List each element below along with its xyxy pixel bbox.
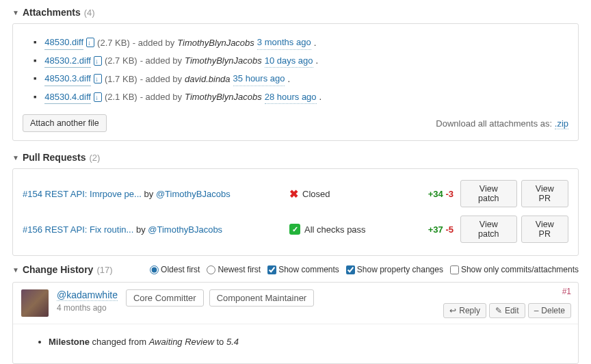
attachment-file-link[interactable]: 48530.diff <box>44 36 83 50</box>
attachment-author: TimothyBlynJacobs <box>185 54 262 68</box>
x-icon: ✖ <box>289 187 298 200</box>
attachment-size: (2.7 KB) <box>97 36 130 50</box>
comment-author-link[interactable]: @kadamwhite <box>57 289 118 301</box>
attachment-row: 48530.2.diff (2.7 KB) - added by Timothy… <box>23 52 568 70</box>
download-icon[interactable] <box>94 92 102 102</box>
attachment-file-link[interactable]: 48530.4.diff <box>44 90 91 105</box>
change-history-toggle[interactable]: ▼ Change History (17) <box>12 264 113 275</box>
diff-additions: +37 <box>428 224 443 235</box>
attachment-size: (2.1 KB) <box>105 90 137 104</box>
pr-status-text: Closed <box>302 189 330 199</box>
attachment-size: (2.7 KB) <box>105 54 137 68</box>
attachment-row: 48530.3.diff (1.7 KB) - added by david.b… <box>23 70 568 88</box>
download-icon[interactable] <box>94 56 102 66</box>
attachment-file-link[interactable]: 48530.2.diff <box>44 54 91 68</box>
show-only-commits-checkbox[interactable]: Show only commits/attachments <box>450 265 579 274</box>
attachment-file-link[interactable]: 48530.3.diff <box>44 72 91 86</box>
reply-icon: ↩ <box>449 306 456 315</box>
attachments-toggle[interactable]: ▼ Attachments (4) <box>12 0 579 23</box>
added-by-label: - added by <box>133 36 174 50</box>
view-pr-button[interactable]: View PR <box>521 216 568 243</box>
attach-file-button[interactable]: Attach another file <box>23 114 107 132</box>
show-property-checkbox[interactable]: Show property changes <box>346 265 443 274</box>
pencil-icon: ✎ <box>495 306 502 315</box>
attachment-age-link[interactable]: 28 hours ago <box>265 90 317 105</box>
avatar <box>21 289 49 317</box>
pr-title-link[interactable]: #154 REST API: Imrpove pe... <box>23 189 142 199</box>
added-by-label: - added by <box>140 54 182 68</box>
sort-oldest-radio[interactable]: Oldest first <box>150 265 200 274</box>
pull-request-row: #156 REST API: Fix routin... by @Timothy… <box>23 211 568 247</box>
show-comments-checkbox[interactable]: Show comments <box>267 265 339 274</box>
pr-title-link[interactable]: #156 REST API: Fix routin... <box>23 224 133 235</box>
attachments-title: Attachments <box>23 7 81 18</box>
pull-requests-title: Pull Requests <box>23 152 86 163</box>
attachment-age-link[interactable]: 10 days ago <box>265 54 313 68</box>
comment-entry: @kadamwhite 4 months ago Core Committer … <box>12 282 579 364</box>
minus-icon: – <box>534 306 539 315</box>
pr-author-link[interactable]: @TimothyBJacobs <box>148 224 222 235</box>
caret-down-icon: ▼ <box>12 154 19 161</box>
attachment-age-link[interactable]: 35 hours ago <box>233 72 285 86</box>
history-filters: Oldest first Newest first Show comments … <box>146 265 579 274</box>
added-by-label: - added by <box>140 73 182 86</box>
download-icon[interactable] <box>94 74 102 83</box>
sort-newest-radio[interactable]: Newest first <box>207 265 261 274</box>
edit-button[interactable]: ✎Edit <box>489 303 525 318</box>
diff-additions: +34 <box>428 189 443 199</box>
change-line: Milestone changed from Awaiting Review t… <box>49 337 564 347</box>
caret-down-icon: ▼ <box>12 9 19 16</box>
pr-author-link[interactable]: @TimothyBJacobs <box>156 189 231 199</box>
attachment-row: 48530.diff (2.7 KB) - added by TimothyBl… <box>23 34 568 52</box>
comment-number[interactable]: #1 <box>562 287 571 296</box>
comment-age: 4 months ago <box>57 303 118 313</box>
view-patch-button[interactable]: View patch <box>460 180 517 207</box>
pull-request-row: #154 REST API: Imrpove pe... by @Timothy… <box>23 176 568 211</box>
attachment-author: david.binda <box>185 73 231 86</box>
check-icon: ✓ <box>289 224 300 235</box>
attachment-age-link[interactable]: 3 months ago <box>257 36 311 50</box>
reply-button[interactable]: ↩Reply <box>443 303 486 318</box>
diff-deletions: -5 <box>445 224 454 235</box>
attachment-size: (1.7 KB) <box>105 73 137 86</box>
download-zip-link[interactable]: .zip <box>555 118 568 129</box>
view-patch-button[interactable]: View patch <box>460 216 517 243</box>
change-history-count: (17) <box>96 265 112 275</box>
attachment-list: 48530.diff (2.7 KB) - added by TimothyBl… <box>23 34 568 106</box>
change-history-title: Change History <box>23 264 93 275</box>
pull-requests-count: (2) <box>90 153 101 163</box>
added-by-label: - added by <box>140 90 182 104</box>
diff-deletions: -3 <box>445 189 454 199</box>
attachments-count: (4) <box>84 8 95 18</box>
delete-button[interactable]: –Delete <box>528 303 571 318</box>
caret-down-icon: ▼ <box>12 266 19 274</box>
role-tag-core: Core Committer <box>126 289 204 307</box>
attachment-author: TimothyBlynJacobs <box>185 90 262 104</box>
pull-requests-panel: #154 REST API: Imrpove pe... by @Timothy… <box>12 168 579 256</box>
download-all-label: Download all attachments as: .zip <box>436 118 568 129</box>
role-tag-component: Component Maintainer <box>209 289 315 307</box>
download-icon[interactable] <box>86 38 94 47</box>
pull-requests-toggle[interactable]: ▼ Pull Requests (2) <box>12 145 579 168</box>
pr-status-text: All checks pass <box>304 224 366 235</box>
attachment-row: 48530.4.diff (2.1 KB) - added by Timothy… <box>23 88 568 107</box>
attachments-panel: 48530.diff (2.7 KB) - added by TimothyBl… <box>12 23 579 141</box>
view-pr-button[interactable]: View PR <box>521 180 568 207</box>
attachment-author: TimothyBlynJacobs <box>177 36 254 50</box>
